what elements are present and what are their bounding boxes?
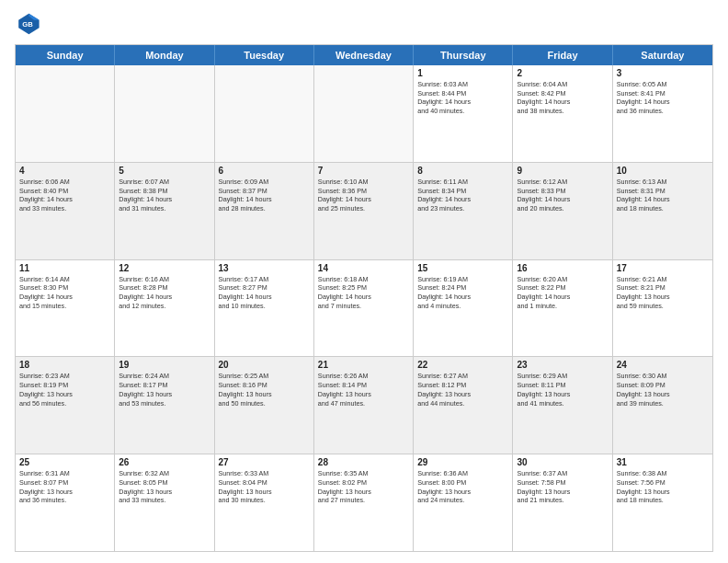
- day-number: 24: [617, 360, 709, 370]
- day-number: 6: [219, 166, 310, 176]
- day-number: 12: [119, 263, 210, 273]
- day-info: Sunrise: 6:11 AM Sunset: 8:34 PM Dayligh…: [417, 178, 508, 213]
- day-info: Sunrise: 6:24 AM Sunset: 8:17 PM Dayligh…: [119, 372, 210, 408]
- day-number: 3: [617, 68, 709, 78]
- day-number: 17: [617, 263, 709, 273]
- calendar-cell: 15Sunrise: 6:19 AM Sunset: 8:24 PM Dayli…: [414, 260, 513, 357]
- calendar-row: 1Sunrise: 6:03 AM Sunset: 8:44 PM Daylig…: [16, 65, 712, 163]
- day-info: Sunrise: 6:09 AM Sunset: 8:37 PM Dayligh…: [219, 178, 310, 213]
- day-info: Sunrise: 6:21 AM Sunset: 8:21 PM Dayligh…: [617, 275, 709, 311]
- day-number: 18: [19, 360, 110, 370]
- day-number: 5: [119, 166, 210, 176]
- calendar-cell-empty: [215, 65, 314, 162]
- svg-text:GB: GB: [22, 20, 33, 29]
- calendar-cell: 8Sunrise: 6:11 AM Sunset: 8:34 PM Daylig…: [414, 163, 513, 259]
- calendar-cell: 5Sunrise: 6:07 AM Sunset: 8:38 PM Daylig…: [115, 163, 214, 259]
- day-number: 30: [517, 457, 608, 467]
- day-number: 19: [119, 360, 210, 370]
- day-number: 23: [517, 360, 608, 370]
- calendar-cell: 1Sunrise: 6:03 AM Sunset: 8:44 PM Daylig…: [414, 65, 513, 162]
- day-info: Sunrise: 6:16 AM Sunset: 8:28 PM Dayligh…: [119, 275, 210, 311]
- day-info: Sunrise: 6:32 AM Sunset: 8:05 PM Dayligh…: [119, 469, 210, 505]
- calendar-cell: 23Sunrise: 6:29 AM Sunset: 8:11 PM Dayli…: [513, 357, 612, 454]
- day-info: Sunrise: 6:26 AM Sunset: 8:14 PM Dayligh…: [318, 372, 409, 408]
- day-info: Sunrise: 6:06 AM Sunset: 8:40 PM Dayligh…: [19, 178, 110, 213]
- calendar-cell: 27Sunrise: 6:33 AM Sunset: 8:04 PM Dayli…: [215, 454, 314, 551]
- calendar-cell: 10Sunrise: 6:13 AM Sunset: 8:31 PM Dayli…: [613, 163, 712, 259]
- calendar-cell: 30Sunrise: 6:37 AM Sunset: 7:58 PM Dayli…: [513, 454, 612, 551]
- day-info: Sunrise: 6:07 AM Sunset: 8:38 PM Dayligh…: [119, 178, 210, 213]
- calendar-cell: 17Sunrise: 6:21 AM Sunset: 8:21 PM Dayli…: [613, 260, 712, 357]
- day-number: 16: [517, 263, 608, 273]
- day-info: Sunrise: 6:03 AM Sunset: 8:44 PM Dayligh…: [417, 80, 508, 116]
- day-number: 20: [219, 360, 310, 370]
- calendar-cell: 13Sunrise: 6:17 AM Sunset: 8:27 PM Dayli…: [215, 260, 314, 357]
- day-info: Sunrise: 6:37 AM Sunset: 7:58 PM Dayligh…: [517, 469, 608, 505]
- day-number: 7: [318, 166, 409, 176]
- calendar-header-day: Sunday: [16, 45, 115, 65]
- calendar-header-day: Thursday: [414, 45, 513, 65]
- day-number: 14: [318, 263, 409, 273]
- calendar-cell: 25Sunrise: 6:31 AM Sunset: 8:07 PM Dayli…: [16, 454, 115, 551]
- day-info: Sunrise: 6:14 AM Sunset: 8:30 PM Dayligh…: [19, 275, 110, 311]
- calendar-cell: 26Sunrise: 6:32 AM Sunset: 8:05 PM Dayli…: [115, 454, 214, 551]
- day-info: Sunrise: 6:38 AM Sunset: 7:56 PM Dayligh…: [617, 469, 709, 505]
- calendar-cell: 21Sunrise: 6:26 AM Sunset: 8:14 PM Dayli…: [314, 357, 414, 454]
- calendar-header: SundayMondayTuesdayWednesdayThursdayFrid…: [16, 45, 712, 65]
- calendar-body: 1Sunrise: 6:03 AM Sunset: 8:44 PM Daylig…: [16, 65, 712, 551]
- logo-icon: GB: [15, 11, 40, 37]
- calendar-cell-empty: [115, 65, 214, 162]
- day-number: 2: [517, 68, 608, 78]
- calendar-cell: 29Sunrise: 6:36 AM Sunset: 8:00 PM Dayli…: [414, 454, 513, 551]
- calendar-header-day: Saturday: [613, 45, 712, 65]
- day-info: Sunrise: 6:05 AM Sunset: 8:41 PM Dayligh…: [617, 80, 709, 116]
- calendar-cell: 24Sunrise: 6:30 AM Sunset: 8:09 PM Dayli…: [613, 357, 712, 454]
- calendar-cell: 14Sunrise: 6:18 AM Sunset: 8:25 PM Dayli…: [314, 260, 414, 357]
- calendar-row: 18Sunrise: 6:23 AM Sunset: 8:19 PM Dayli…: [16, 357, 712, 454]
- day-info: Sunrise: 6:20 AM Sunset: 8:22 PM Dayligh…: [517, 275, 608, 311]
- day-info: Sunrise: 6:19 AM Sunset: 8:24 PM Dayligh…: [417, 275, 508, 311]
- page: GB SundayMondayTuesdayWednesdayThursdayF…: [0, 0, 728, 563]
- calendar-cell: 7Sunrise: 6:10 AM Sunset: 8:36 PM Daylig…: [314, 163, 414, 259]
- day-info: Sunrise: 6:13 AM Sunset: 8:31 PM Dayligh…: [617, 178, 709, 213]
- day-info: Sunrise: 6:30 AM Sunset: 8:09 PM Dayligh…: [617, 372, 709, 408]
- calendar-row: 11Sunrise: 6:14 AM Sunset: 8:30 PM Dayli…: [16, 260, 712, 358]
- calendar-cell-empty: [314, 65, 414, 162]
- calendar-cell: 19Sunrise: 6:24 AM Sunset: 8:17 PM Dayli…: [115, 357, 214, 454]
- day-info: Sunrise: 6:12 AM Sunset: 8:33 PM Dayligh…: [517, 178, 608, 213]
- logo: GB: [15, 11, 44, 37]
- day-info: Sunrise: 6:36 AM Sunset: 8:00 PM Dayligh…: [417, 469, 508, 505]
- calendar-header-day: Monday: [115, 45, 214, 65]
- calendar-row: 4Sunrise: 6:06 AM Sunset: 8:40 PM Daylig…: [16, 163, 712, 260]
- day-number: 28: [318, 457, 409, 467]
- day-number: 31: [617, 457, 709, 467]
- day-number: 11: [19, 263, 110, 273]
- day-number: 15: [417, 263, 508, 273]
- day-number: 9: [517, 166, 608, 176]
- calendar: SundayMondayTuesdayWednesdayThursdayFrid…: [15, 44, 713, 552]
- calendar-cell: 31Sunrise: 6:38 AM Sunset: 7:56 PM Dayli…: [613, 454, 712, 551]
- day-info: Sunrise: 6:18 AM Sunset: 8:25 PM Dayligh…: [318, 275, 409, 311]
- calendar-header-day: Tuesday: [215, 45, 314, 65]
- day-number: 29: [417, 457, 508, 467]
- calendar-cell: 28Sunrise: 6:35 AM Sunset: 8:02 PM Dayli…: [314, 454, 414, 551]
- calendar-cell: 2Sunrise: 6:04 AM Sunset: 8:42 PM Daylig…: [513, 65, 612, 162]
- day-info: Sunrise: 6:33 AM Sunset: 8:04 PM Dayligh…: [219, 469, 310, 505]
- calendar-header-day: Friday: [513, 45, 612, 65]
- day-info: Sunrise: 6:23 AM Sunset: 8:19 PM Dayligh…: [19, 372, 110, 408]
- day-number: 8: [417, 166, 508, 176]
- day-number: 10: [617, 166, 709, 176]
- calendar-cell: 9Sunrise: 6:12 AM Sunset: 8:33 PM Daylig…: [513, 163, 612, 259]
- calendar-cell: 3Sunrise: 6:05 AM Sunset: 8:41 PM Daylig…: [613, 65, 712, 162]
- calendar-cell: 20Sunrise: 6:25 AM Sunset: 8:16 PM Dayli…: [215, 357, 314, 454]
- calendar-cell: 4Sunrise: 6:06 AM Sunset: 8:40 PM Daylig…: [16, 163, 115, 259]
- calendar-cell: 11Sunrise: 6:14 AM Sunset: 8:30 PM Dayli…: [16, 260, 115, 357]
- day-info: Sunrise: 6:17 AM Sunset: 8:27 PM Dayligh…: [219, 275, 310, 311]
- day-info: Sunrise: 6:25 AM Sunset: 8:16 PM Dayligh…: [219, 372, 310, 408]
- day-number: 25: [19, 457, 110, 467]
- day-number: 22: [417, 360, 508, 370]
- day-info: Sunrise: 6:04 AM Sunset: 8:42 PM Dayligh…: [517, 80, 608, 116]
- day-number: 27: [219, 457, 310, 467]
- calendar-cell: 6Sunrise: 6:09 AM Sunset: 8:37 PM Daylig…: [215, 163, 314, 259]
- day-info: Sunrise: 6:10 AM Sunset: 8:36 PM Dayligh…: [318, 178, 409, 213]
